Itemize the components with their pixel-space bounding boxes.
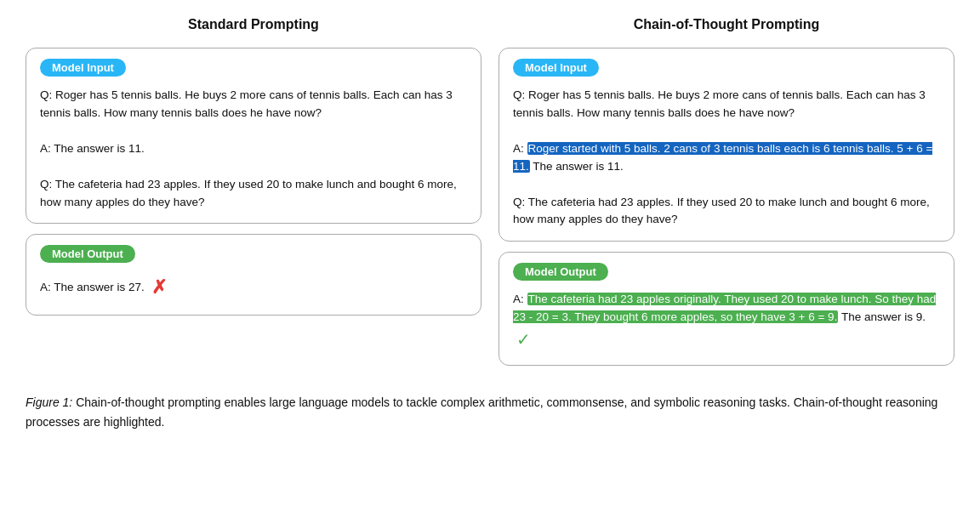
standard-input-badge: Model Input <box>40 59 126 77</box>
standard-output-box: Model Output A: The answer is 27. ✗ <box>26 234 481 315</box>
main-container: Standard Prompting Model Input Q: Roger … <box>26 17 954 431</box>
standard-prompting-column: Standard Prompting Model Input Q: Roger … <box>26 17 481 366</box>
figure-caption: Figure 1: Chain-of-thought prompting ena… <box>26 386 954 431</box>
cot-highlight-1: Roger started with 5 balls. 2 cans of 3 … <box>513 142 932 173</box>
correct-icon: ✓ <box>516 327 531 353</box>
figure-label: Figure 1: <box>26 395 72 409</box>
cot-input-content: Q: Roger has 5 tennis balls. He buys 2 m… <box>513 87 940 229</box>
cot-prompting-column: Chain-of-Thought Prompting Model Input Q… <box>499 17 954 366</box>
standard-input-content: Q: Roger has 5 tennis balls. He buys 2 m… <box>40 87 467 211</box>
cot-input-box: Model Input Q: Roger has 5 tennis balls.… <box>499 48 954 242</box>
cot-highlight-2: The cafeteria had 23 apples originally. … <box>513 293 936 323</box>
standard-output-badge: Model Output <box>40 245 135 263</box>
cot-output-box: Model Output A: The cafeteria had 23 app… <box>499 252 954 366</box>
wrong-icon: ✗ <box>151 273 167 302</box>
standard-prompting-title: Standard Prompting <box>26 17 481 32</box>
columns-layout: Standard Prompting Model Input Q: Roger … <box>26 17 954 366</box>
figure-caption-text: Chain-of-thought prompting enables large… <box>26 395 937 428</box>
standard-input-box: Model Input Q: Roger has 5 tennis balls.… <box>26 48 481 224</box>
standard-output-content: A: The answer is 27. ✗ <box>40 273 467 302</box>
cot-prompting-title: Chain-of-Thought Prompting <box>499 17 954 32</box>
cot-input-badge: Model Input <box>513 59 599 77</box>
cot-output-badge: Model Output <box>513 263 608 281</box>
cot-output-content: A: The cafeteria had 23 apples originall… <box>513 291 940 353</box>
